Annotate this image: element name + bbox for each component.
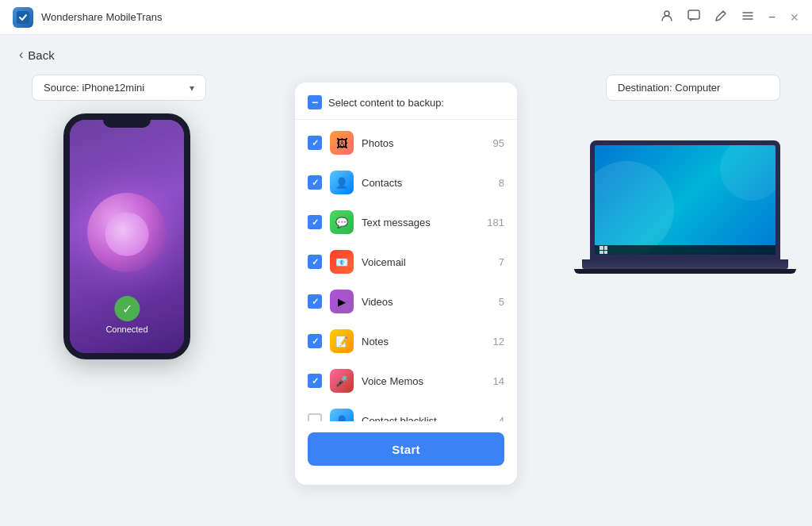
connected-icon: ✓ [114,296,140,321]
notes-icon: 📝 [330,329,354,353]
contacts-count: 8 [499,177,504,189]
list-item[interactable]: ✓ 📧 Voicemail 7 [295,242,517,282]
start-button[interactable]: Start [308,432,504,466]
edit-icon[interactable] [714,10,727,25]
notes-count: 12 [493,336,504,347]
photos-count: 95 [493,137,504,149]
start-button-wrapper: Start [295,421,517,472]
contacts-checkbox[interactable]: ✓ [308,175,322,190]
notes-label: Notes [362,336,485,347]
chat-icon[interactable] [688,10,700,25]
titlebar-controls: − ✕ [661,10,799,25]
minimize-button[interactable]: − [768,11,776,24]
blacklist-label: Contact blacklist [362,415,491,422]
center-panel: − Select content to backup: ✓ 🖼 Photos 9… [295,83,517,485]
blacklist-count: 4 [499,415,504,422]
laptop-screen-content [595,145,776,255]
list-item[interactable]: ✓ ▶ Videos 5 [295,282,517,321]
list-item[interactable]: ✓ 💬 Text messages 181 [295,202,517,242]
laptop-screen [590,140,780,259]
main-content: ‹ Back Source: iPhone12mini ▾ ✓ Conne [0,35,812,526]
user-icon[interactable] [661,10,673,25]
list-item[interactable]: ✓ 🎤 Voice Memos 14 [295,361,517,401]
phone-container: ✓ Connected [32,113,222,359]
svg-rect-2 [688,10,699,19]
videos-label: Videos [362,296,491,308]
app-icon [13,7,33,28]
voicemail-label: Voicemail [362,256,491,268]
voicemail-checkbox[interactable]: ✓ [308,255,322,269]
laptop-image [590,140,780,274]
app-title: Wondershare MobileTrans [41,11,162,23]
phone-notch [103,120,151,128]
select-content-label: Select content to backup: [328,97,444,109]
texts-count: 181 [487,217,504,228]
phone-image: ✓ Connected [63,113,190,359]
list-item[interactable]: ✓ 📝 Notes 12 [295,321,517,361]
blacklist-icon: 👤 [330,409,354,421]
back-label: Back [28,48,54,62]
menu-icon[interactable] [741,10,754,25]
voicemail-count: 7 [499,256,504,268]
close-button[interactable]: ✕ [790,11,799,24]
phone-inner-orb [105,213,149,256]
texts-checkbox[interactable]: ✓ [308,215,322,229]
left-panel: Source: iPhone12mini ▾ ✓ Connected [32,75,222,359]
videos-icon: ▶ [330,290,354,313]
list-item[interactable]: 👤 Contact blacklist 4 [295,401,517,421]
back-chevron: ‹ [19,48,23,62]
back-button[interactable]: ‹ Back [0,35,74,75]
blacklist-checkbox[interactable] [308,413,322,421]
photos-icon: 🖼 [330,131,354,155]
destination-label: Destination: Computer [606,75,780,101]
svg-rect-0 [17,11,29,24]
select-header: − Select content to backup: [295,95,517,120]
videos-count: 5 [499,296,504,308]
win-bg-shape2 [720,145,776,201]
voicemail-icon: 📧 [330,250,354,274]
voicememos-icon: 🎤 [330,369,354,393]
laptop-bottom [574,269,796,274]
texts-label: Text messages [362,217,479,228]
laptop-container [590,140,780,274]
voicememos-checkbox[interactable]: ✓ [308,374,322,388]
texts-icon: 💬 [330,210,354,234]
contacts-label: Contacts [362,177,491,189]
connected-badge: ✓ Connected [105,296,147,334]
right-panel: Destination: Computer [590,75,780,274]
source-label: Source: iPhone12mini [44,82,144,94]
win-taskbar [595,245,776,255]
laptop-base [582,259,788,269]
photos-label: Photos [362,137,485,149]
voicememos-count: 14 [493,375,504,387]
content-list: ✓ 🖼 Photos 95 ✓ 👤 Contacts 8 ✓ 💬 Text me… [295,120,517,421]
svg-point-1 [665,11,669,16]
chevron-down-icon: ▾ [190,83,194,94]
connected-label: Connected [105,324,147,334]
deselect-all-button[interactable]: − [308,95,322,109]
list-item[interactable]: ✓ 👤 Contacts 8 [295,163,517,202]
titlebar: Wondershare MobileTrans − ✕ [0,0,812,35]
win-bg-shape1 [595,161,674,255]
source-dropdown[interactable]: Source: iPhone12mini ▾ [32,75,206,101]
videos-checkbox[interactable]: ✓ [308,294,322,309]
photos-checkbox[interactable]: ✓ [308,136,322,150]
notes-checkbox[interactable]: ✓ [308,334,322,348]
list-item[interactable]: ✓ 🖼 Photos 95 [295,123,517,163]
contacts-icon: 👤 [330,171,354,194]
win-start-icon [599,246,607,254]
voicememos-label: Voice Memos [362,375,485,387]
titlebar-left: Wondershare MobileTrans [13,7,162,28]
content-area: Source: iPhone12mini ▾ ✓ Connected [0,75,812,485]
